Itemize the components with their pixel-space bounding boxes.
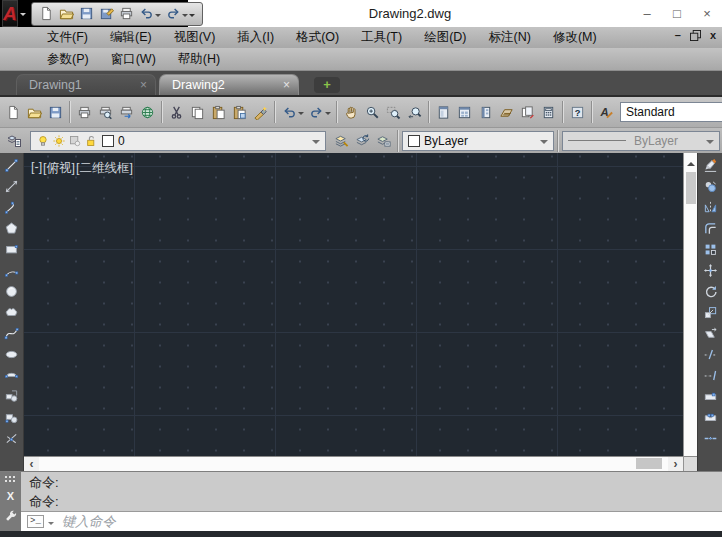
toolbar-redo-button[interactable] [306, 100, 327, 124]
draw-polyline-button[interactable] [2, 199, 22, 215]
toolbar-pan-button[interactable] [341, 100, 362, 124]
drawing-canvas[interactable]: [-][俯视][二维线框] [24, 153, 683, 456]
command-prompt-icon[interactable]: >_ [27, 515, 44, 528]
toolbar-open-button[interactable] [24, 100, 45, 124]
view-controls-button[interactable]: [俯视] [43, 160, 75, 177]
modify-stretch-button[interactable] [700, 325, 720, 341]
toolbar-help-button[interactable]: ? [567, 100, 588, 124]
draw-line-button[interactable] [2, 157, 22, 173]
qat-save-button[interactable] [77, 4, 96, 24]
menu-item-tools[interactable]: 工具(T) [350, 27, 413, 48]
tab-close-icon[interactable]: × [283, 78, 290, 92]
viewport-controls-button[interactable]: [-] [31, 160, 42, 177]
vertical-scroll-thumb[interactable] [686, 172, 696, 204]
menu-item-view[interactable]: 视图(V) [163, 27, 227, 48]
layer-combo[interactable]: 0 [30, 131, 326, 151]
text-style-combo[interactable]: Standard [620, 102, 722, 122]
horizontal-scroll-track[interactable] [39, 457, 668, 471]
layer-properties-manager-button[interactable] [3, 129, 24, 153]
horizontal-scrollbar[interactable]: ‹ › [24, 456, 683, 471]
qat-undo-button[interactable] [137, 4, 156, 24]
tab-close-icon[interactable]: × [140, 78, 147, 92]
qat-open-button[interactable] [57, 4, 76, 24]
modify-erase-button[interactable] [700, 157, 720, 173]
menu-item-edit[interactable]: 编辑(E) [99, 27, 163, 48]
application-menu-arrow-icon[interactable] [20, 13, 26, 19]
menu-item-dimension[interactable]: 标注(N) [478, 27, 542, 48]
menu-item-file[interactable]: 文件(F) [36, 27, 99, 48]
toolbar-copy-button[interactable] [187, 100, 208, 124]
menu-item-window[interactable]: 窗口(W) [100, 49, 167, 70]
toolbar-zoom-previous-button[interactable] [404, 100, 425, 124]
application-menu-button[interactable]: A [2, 0, 18, 27]
modify-offset-button[interactable] [700, 220, 720, 236]
modify-move-button[interactable] [700, 262, 720, 278]
modify-array-button[interactable] [700, 241, 720, 257]
draw-ellipse-arc-button[interactable] [2, 367, 22, 383]
qat-new-button[interactable] [37, 4, 56, 24]
doc-restore-icon[interactable] [690, 30, 701, 41]
minimize-button[interactable]: – [632, 6, 662, 21]
new-tab-button[interactable]: + [314, 77, 340, 93]
toolbar-paste-button[interactable] [208, 100, 229, 124]
drag-grip-icon[interactable] [4, 475, 17, 484]
draw-construction-line-button[interactable] [2, 178, 22, 194]
toolbar-sheet-set-manager-button[interactable] [496, 100, 517, 124]
draw-rectangle-button[interactable] [2, 241, 22, 257]
file-tab-drawing2[interactable]: Drawing2× [159, 74, 299, 95]
doc-minimize-button[interactable]: – [675, 30, 681, 41]
toolbar-zoom-window-button[interactable] [383, 100, 404, 124]
maximize-button[interactable]: □ [662, 6, 692, 21]
linetype-combo[interactable]: ByLayer [562, 131, 720, 151]
modify-scale-button[interactable] [700, 304, 720, 320]
toolbar-quickcalc-button[interactable] [538, 100, 559, 124]
draw-revision-cloud-button[interactable] [2, 304, 22, 320]
layer-layer-previous-button[interactable] [352, 129, 373, 153]
vertical-scroll-track[interactable] [684, 153, 697, 456]
scroll-left-arrow-icon[interactable]: ‹ [24, 458, 39, 471]
modify-rotate-button[interactable] [700, 283, 720, 299]
toolbar-plot-preview-button[interactable] [95, 100, 116, 124]
toolbar-paste-special-button[interactable] [229, 100, 250, 124]
toolbar-designcenter-button[interactable] [454, 100, 475, 124]
draw-ellipse-button[interactable] [2, 346, 22, 362]
horizontal-scroll-thumb[interactable] [636, 458, 662, 469]
toolbar-properties-button[interactable] [433, 100, 454, 124]
command-input-row[interactable]: >_ 键入命令 [21, 511, 722, 531]
menu-item-parametric[interactable]: 参数(P) [36, 49, 100, 70]
toolbar-3d-dwf-button[interactable] [137, 100, 158, 124]
toolbar-publish-button[interactable] [116, 100, 137, 124]
wrench-icon[interactable] [4, 509, 18, 523]
draw-make-block-button[interactable] [2, 409, 22, 425]
toolbar-save-button[interactable] [45, 100, 66, 124]
layer-layer-states-button[interactable] [373, 129, 394, 153]
menu-item-modify[interactable]: 修改(M) [542, 27, 608, 48]
file-tab-drawing1[interactable]: Drawing1× [16, 74, 156, 95]
toolbar-markup-set-manager-button[interactable] [517, 100, 538, 124]
toolbar-match-properties-button[interactable] [250, 100, 271, 124]
toolbar-new-button[interactable] [3, 100, 24, 124]
qat-undo-dropdown-arrow-icon[interactable] [155, 14, 161, 20]
visual-style-controls-button[interactable]: [二维线框] [76, 160, 133, 177]
vertical-scrollbar[interactable] [683, 153, 697, 471]
toolbar-plot-button[interactable] [74, 100, 95, 124]
scroll-right-arrow-icon[interactable]: › [668, 458, 683, 471]
modify-mirror-button[interactable] [700, 199, 720, 215]
toolbar-undo-dropdown-arrow-icon[interactable] [298, 112, 304, 118]
toolbar-tool-palettes-button[interactable] [475, 100, 496, 124]
modify-join-button[interactable] [700, 430, 720, 446]
close-button[interactable]: × [692, 6, 722, 21]
scroll-up-arrow-icon[interactable] [687, 158, 695, 166]
command-panel-grip[interactable]: X [0, 472, 21, 531]
draw-point-button[interactable] [2, 430, 22, 446]
modify-break-at-point-button[interactable] [700, 388, 720, 404]
toolbar-text-style-button[interactable]: A [596, 100, 617, 124]
draw-arc-button[interactable] [2, 262, 22, 278]
chevron-down-icon[interactable] [312, 140, 320, 148]
toolbar-cut-button[interactable] [166, 100, 187, 124]
modify-copy-button[interactable] [700, 178, 720, 194]
chevron-down-icon[interactable] [540, 140, 548, 148]
qat-plot-button[interactable] [117, 4, 136, 24]
chevron-down-icon[interactable] [706, 140, 714, 148]
qat-save-as-button[interactable] [97, 4, 116, 24]
